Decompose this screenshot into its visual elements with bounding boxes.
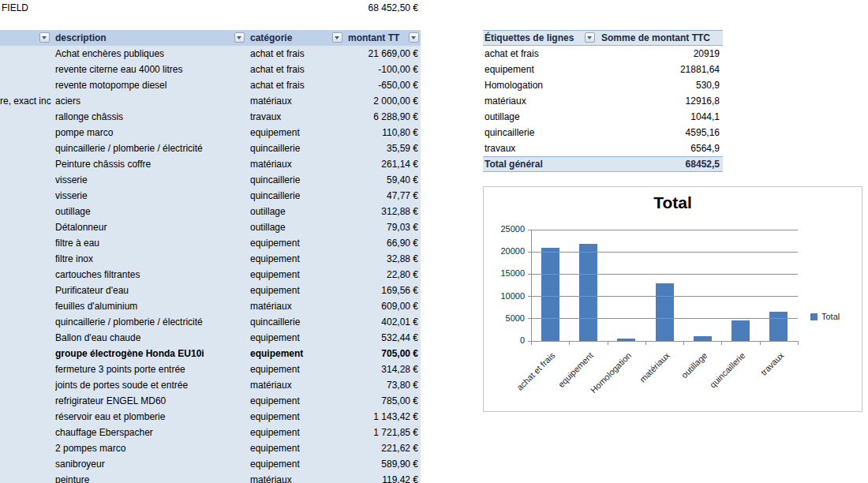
column-header-montant[interactable]: montant TT xyxy=(348,30,408,46)
cell-montant[interactable]: -100,00 € xyxy=(345,62,418,77)
table-row[interactable]: Purificateur d'eauequipement169,56 € xyxy=(0,283,421,298)
cell-left-partial[interactable] xyxy=(0,251,52,267)
table-row[interactable]: re, exact incaciersmatériaux2 000,00 € xyxy=(0,93,421,109)
cell-description[interactable]: visserie xyxy=(55,172,247,188)
table-row[interactable]: joints de portes soude et entréematériau… xyxy=(0,377,421,393)
cell-left-partial[interactable] xyxy=(0,109,52,125)
cell-montant[interactable]: 1 143,42 € xyxy=(345,409,418,425)
cell-description[interactable]: 2 pompes marco xyxy=(55,440,247,456)
cell-description[interactable]: Purificateur d'eau xyxy=(55,283,247,298)
cell-description[interactable]: chauffage Eberspacher xyxy=(55,425,247,440)
grand-total-cell[interactable]: 68 452,50 € xyxy=(300,2,418,13)
cell-montant[interactable]: 21 669,00 € xyxy=(345,46,418,62)
cell-description[interactable]: rallonge châssis xyxy=(55,109,247,125)
cell-categorie[interactable]: outillage xyxy=(250,219,342,235)
cell-categorie[interactable]: achat et frais xyxy=(250,46,342,62)
cell-montant[interactable]: 110,80 € xyxy=(345,125,418,140)
cell-left-partial[interactable] xyxy=(0,219,52,235)
cell-description[interactable]: Achat enchères publiques xyxy=(55,46,247,62)
pivot-row[interactable]: outillage1044,1 xyxy=(483,109,723,125)
cell-description[interactable]: filtre à eau xyxy=(55,235,247,251)
cell-montant[interactable]: 785,00 € xyxy=(345,393,418,409)
cell-left-partial[interactable] xyxy=(0,361,52,377)
cell-montant[interactable]: 73,80 € xyxy=(345,377,418,393)
cell-description[interactable]: fermeture 3 points porte entrée xyxy=(55,361,247,377)
pivot-row[interactable]: travaux6564,9 xyxy=(483,140,723,156)
table-row[interactable]: rallonge châssistravaux6 288,90 € xyxy=(0,109,421,125)
cell-montant[interactable]: 22,80 € xyxy=(345,267,418,283)
table-row[interactable]: feuilles d'aluminiummatériaux609,00 € xyxy=(0,298,421,314)
pivot-row[interactable]: Homologation530,9 xyxy=(483,77,723,93)
cell-description[interactable]: cartouches filtrantes xyxy=(55,267,247,283)
cell-categorie[interactable]: equipement xyxy=(250,440,342,456)
table-row[interactable]: Détalonneuroutillage79,03 € xyxy=(0,219,421,235)
cell-description[interactable]: quincaillerie / plomberie / électricité xyxy=(55,314,247,330)
cell-categorie[interactable]: quincaillerie xyxy=(250,314,342,330)
cell-description[interactable]: filtre inox xyxy=(55,251,247,267)
cell-left-partial[interactable] xyxy=(0,346,52,361)
cell-montant[interactable]: 705,00 € xyxy=(345,346,418,361)
cell-montant[interactable]: 79,03 € xyxy=(345,219,418,235)
cell-description[interactable]: réservoir eau et plomberie xyxy=(55,409,247,425)
cell-montant[interactable]: 66,90 € xyxy=(345,235,418,251)
cell-left-partial[interactable] xyxy=(0,330,52,346)
cell-left-partial[interactable] xyxy=(0,314,52,330)
cell-description[interactable]: sanibroyeur xyxy=(55,456,247,472)
cell-categorie[interactable]: equipement xyxy=(250,393,342,409)
cell-description[interactable]: Détalonneur xyxy=(55,219,247,235)
column-header-description[interactable]: description xyxy=(55,30,229,46)
column-header-categorie[interactable]: catégorie xyxy=(250,30,329,46)
cell-categorie[interactable]: equipement xyxy=(250,409,342,425)
cell-description[interactable]: outillage xyxy=(55,204,247,219)
cell-left-partial[interactable] xyxy=(0,235,52,251)
cell-categorie[interactable]: achat et frais xyxy=(250,62,342,77)
cell-description[interactable]: groupe électrogène Honda EU10i xyxy=(55,346,247,361)
cell-left-partial[interactable] xyxy=(0,409,52,425)
field-cell-text[interactable]: FIELD xyxy=(2,2,28,13)
table-row[interactable]: filtre inoxequipement32,88 € xyxy=(0,251,421,267)
cell-left-partial[interactable] xyxy=(0,283,52,298)
cell-left-partial[interactable] xyxy=(0,204,52,219)
cell-categorie[interactable]: equipement xyxy=(250,330,342,346)
cell-description[interactable]: revente motopompe diesel xyxy=(55,77,247,93)
cell-left-partial[interactable] xyxy=(0,77,52,93)
cell-montant[interactable]: 609,00 € xyxy=(345,298,418,314)
cell-left-partial[interactable] xyxy=(0,425,52,440)
cell-categorie[interactable]: equipement xyxy=(250,361,342,377)
table-row[interactable]: Achat enchères publiquesachat et frais21… xyxy=(0,46,421,62)
cell-categorie[interactable]: outillage xyxy=(250,204,342,219)
chart-bar[interactable] xyxy=(656,283,674,341)
chart-bar[interactable] xyxy=(579,244,597,341)
bar-chart[interactable]: Total 0500010000150002000025000 Total ac… xyxy=(483,186,862,412)
pivot-row[interactable]: achat et frais20919 xyxy=(483,46,723,62)
filter-dropdown-icon[interactable] xyxy=(332,32,342,43)
cell-left-partial[interactable] xyxy=(0,188,52,204)
table-row[interactable]: groupe électrogène Honda EU10iequipement… xyxy=(0,346,421,361)
cell-categorie[interactable]: quincaillerie xyxy=(250,140,342,156)
table-row[interactable]: réservoir eau et plomberieequipement1 14… xyxy=(0,409,421,425)
cell-categorie[interactable]: equipement xyxy=(250,283,342,298)
cell-description[interactable]: joints de portes soude et entrée xyxy=(55,377,247,393)
table-row[interactable]: cartouches filtrantesequipement22,80 € xyxy=(0,267,421,283)
cell-description[interactable]: visserie xyxy=(55,188,247,204)
cell-description[interactable]: Ballon d'eau chaude xyxy=(55,330,247,346)
cell-montant[interactable]: 2 000,00 € xyxy=(345,93,418,109)
table-row[interactable]: filtre à eauequipement66,90 € xyxy=(0,235,421,251)
cell-montant[interactable]: 402,01 € xyxy=(345,314,418,330)
filter-dropdown-icon[interactable] xyxy=(409,32,419,43)
table-row[interactable]: outillageoutillage312,88 € xyxy=(0,204,421,219)
table-row[interactable]: quincaillerie / plomberie / électricitéq… xyxy=(0,140,421,156)
cell-montant[interactable]: 589,90 € xyxy=(345,456,418,472)
cell-categorie[interactable]: equipement xyxy=(250,425,342,440)
cell-montant[interactable]: -650,00 € xyxy=(345,77,418,93)
cell-categorie[interactable]: equipement xyxy=(250,267,342,283)
cell-categorie[interactable]: equipement xyxy=(250,456,342,472)
table-row[interactable]: visseriequincaillerie59,40 € xyxy=(0,172,421,188)
cell-left-partial[interactable] xyxy=(0,298,52,314)
cell-montant[interactable]: 169,56 € xyxy=(345,283,418,298)
cell-montant[interactable]: 35,59 € xyxy=(345,140,418,156)
cell-description[interactable]: feuilles d'aluminium xyxy=(55,298,247,314)
cell-categorie[interactable]: equipement xyxy=(250,125,342,140)
table-row[interactable]: 2 pompes marcoequipement221,62 € xyxy=(0,440,421,456)
pivot-row[interactable]: quincaillerie4595,16 xyxy=(483,125,723,140)
